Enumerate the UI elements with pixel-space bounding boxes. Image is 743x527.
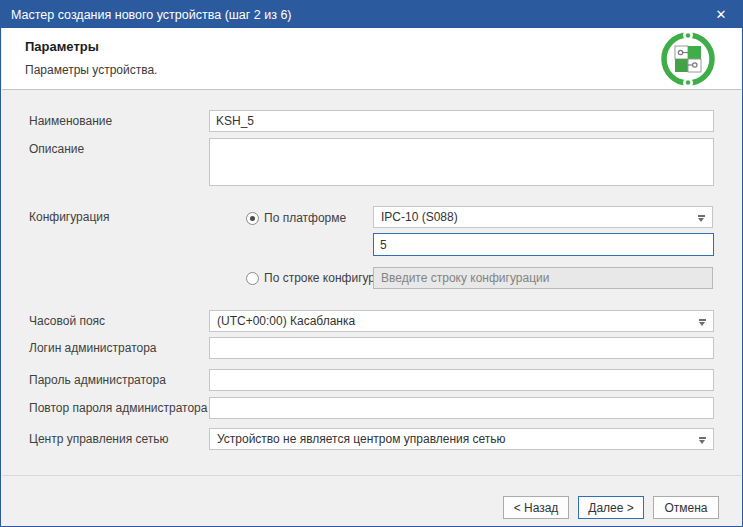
- page-title: Параметры: [25, 39, 99, 54]
- wizard-header: Параметры Параметры устройства.: [2, 28, 741, 90]
- ncc-combobox[interactable]: Устройство не является центром управлени…: [209, 428, 714, 450]
- page-subtitle: Параметры устройства.: [25, 63, 157, 77]
- admin-login-input[interactable]: [209, 337, 714, 359]
- config-string-input-disabled: Введите строку конфигурации: [373, 267, 713, 289]
- admin-password-input[interactable]: [209, 369, 714, 391]
- admin-password-label: Пароль администратора: [29, 369, 166, 391]
- ncc-combobox-value: Устройство не является центром управлени…: [217, 432, 506, 446]
- chevron-down-icon: [699, 437, 706, 444]
- platform-number-input[interactable]: [373, 233, 714, 256]
- by-string-radio[interactable]: [246, 272, 259, 285]
- platform-combobox-value: IPC-10 (S088): [381, 210, 458, 224]
- admin-password-repeat-input[interactable]: [209, 397, 714, 419]
- platform-combobox[interactable]: IPC-10 (S088): [373, 206, 713, 228]
- wizard-buttons: < Назад Далее > Отмена: [503, 496, 719, 519]
- timezone-combobox[interactable]: (UTC+00:00) Касабланка: [209, 310, 714, 332]
- config-string-placeholder: Введите строку конфигурации: [381, 271, 549, 285]
- footer-bar: < Назад Далее > Отмена: [2, 475, 741, 525]
- chevron-down-icon: [698, 215, 705, 222]
- cancel-button[interactable]: Отмена: [653, 496, 719, 519]
- app-logo-icon: [660, 31, 716, 87]
- wizard-dialog: Мастер создания нового устройства (шаг 2…: [0, 0, 743, 527]
- timezone-combobox-value: (UTC+00:00) Касабланка: [217, 314, 355, 328]
- admin-login-label: Логин администратора: [29, 337, 157, 359]
- chevron-down-icon: [699, 319, 706, 326]
- ncc-label: Центр управления сетью: [29, 428, 169, 450]
- by-platform-radio[interactable]: [246, 212, 259, 225]
- timezone-label: Часовой пояс: [29, 310, 105, 332]
- by-platform-radio-label[interactable]: По платформе: [264, 207, 346, 229]
- next-button[interactable]: Далее >: [578, 496, 644, 519]
- title-bar: Мастер создания нового устройства (шаг 2…: [1, 1, 742, 28]
- admin-password-repeat-label: Повтор пароля администратора: [29, 397, 207, 419]
- back-button[interactable]: < Назад: [503, 496, 569, 519]
- description-label: Описание: [29, 138, 84, 160]
- description-input[interactable]: [209, 138, 714, 186]
- name-input[interactable]: [209, 110, 714, 132]
- configuration-label: Конфигурация: [29, 206, 110, 228]
- close-icon[interactable]: ✕: [700, 1, 742, 28]
- window-title: Мастер создания нового устройства (шаг 2…: [1, 8, 700, 22]
- name-label: Наименование: [29, 110, 112, 132]
